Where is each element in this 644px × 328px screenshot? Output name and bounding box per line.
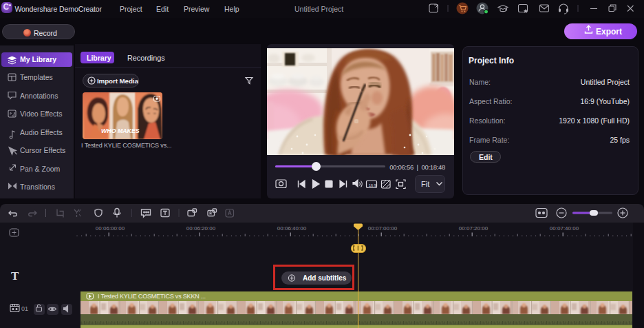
- svg-text:WHO MAKES: WHO MAKES: [101, 127, 140, 134]
